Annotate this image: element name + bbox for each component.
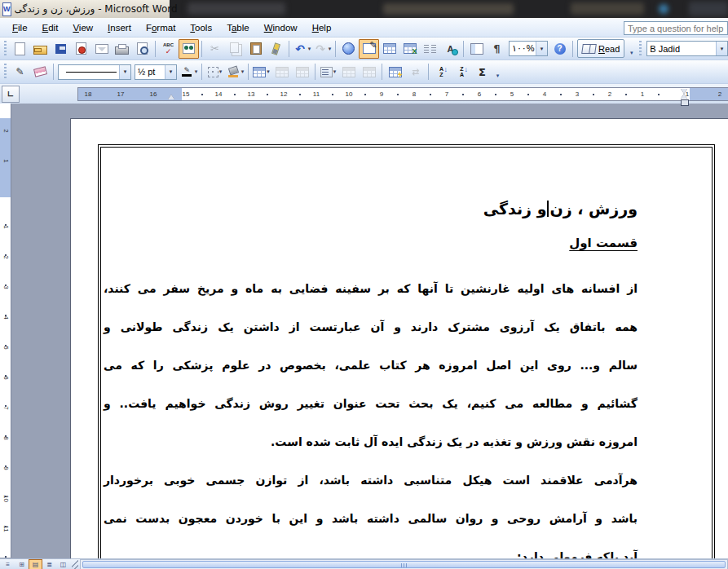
horizontal-scrollbar-track[interactable]: [80, 559, 728, 569]
zoom-combo[interactable]: ١٠٠%▾: [509, 41, 548, 56]
background-window-area: [188, 2, 285, 15]
paste-button[interactable]: [245, 39, 266, 59]
line-style-dropdown-arrow-icon[interactable]: ▾: [119, 65, 130, 79]
toolbar-move-handle[interactable]: [3, 41, 8, 57]
menu-help[interactable]: Help: [305, 20, 339, 36]
menu-format[interactable]: Format: [139, 20, 183, 36]
draw-table-button[interactable]: ✎: [10, 62, 30, 82]
document-text-area[interactable]: ورزش ، زنو زندگی قسمت اول از افسانه های …: [104, 196, 638, 559]
v-ruler-number: 2: [2, 254, 10, 262]
drawing-button[interactable]: A: [440, 39, 461, 59]
change-text-direction-button: ⇄: [405, 62, 426, 82]
menu-edit[interactable]: Edit: [35, 20, 66, 36]
document-page[interactable]: ورزش ، زنو زندگی قسمت اول از افسانه های …: [70, 118, 728, 559]
toolbar-move-handle[interactable]: [638, 41, 643, 57]
indent-box-marker[interactable]: [681, 99, 689, 106]
cell-alignment-dropdown-arrow-icon[interactable]: ▾: [333, 68, 337, 75]
menu-view[interactable]: View: [65, 20, 100, 36]
read-button[interactable]: Read: [577, 39, 624, 58]
v-ruler-number: 8: [2, 434, 10, 443]
document-text-line: هرآدمی علاقمند است هیکل متناسبی داشته با…: [104, 461, 638, 500]
distribute-rows-evenly-button: [338, 62, 359, 82]
h-ruler-number: 2: [713, 90, 726, 98]
h-ruler-number: 2: [603, 90, 616, 98]
horizontal-scrollbar-row: ≡⊞▤≣◫: [0, 558, 728, 569]
sort-descending-button[interactable]: ↓: [452, 62, 472, 82]
outline-view-button[interactable]: ≣: [42, 559, 56, 569]
undo-dropdown-arrow-icon[interactable]: ▾: [308, 46, 311, 52]
spelling-grammar-button[interactable]: [158, 39, 179, 59]
line-style-combo[interactable]: ▾: [58, 64, 131, 80]
v-ruler-number: 10: [2, 495, 10, 503]
shading-color-button[interactable]: ▾: [225, 62, 245, 82]
outside-border-button[interactable]: ▾: [205, 62, 225, 82]
document-map-button[interactable]: [466, 39, 487, 59]
v-ruler-number: 5: [2, 344, 10, 352]
tables-and-borders-button[interactable]: [359, 39, 379, 59]
horizontal-scrollbar-thumb[interactable]: [82, 561, 726, 568]
help-button[interactable]: ?: [549, 39, 570, 59]
web-layout-view-button[interactable]: ⊞: [15, 559, 29, 569]
insert-table-menu-button[interactable]: ▾: [251, 62, 271, 82]
outside-border-dropdown-arrow-icon[interactable]: ▾: [219, 68, 223, 75]
scrollbar-resize-grip: [72, 560, 78, 569]
menu-file[interactable]: File: [5, 20, 35, 36]
toolbar-options-chevron[interactable]: ▾: [492, 63, 503, 81]
insert-excel-worksheet-button[interactable]: [399, 39, 420, 59]
menu-table[interactable]: Table: [219, 20, 257, 36]
distribute-rows-evenly-icon: [342, 67, 355, 77]
border-color-button[interactable]: ▾: [179, 62, 199, 82]
shading-color-dropdown-arrow-icon[interactable]: ▾: [241, 68, 245, 75]
print-preview-button[interactable]: [132, 39, 152, 59]
table-autoformat-button[interactable]: [385, 62, 405, 82]
undo-button[interactable]: ↶▾: [292, 39, 312, 59]
menu-window[interactable]: Window: [257, 20, 305, 36]
research-button[interactable]: [179, 39, 199, 59]
tab-selector-button[interactable]: ∟: [2, 86, 20, 103]
toolbar-separator: [201, 64, 202, 80]
save-button[interactable]: [51, 39, 71, 59]
menu-insert[interactable]: Insert: [100, 20, 139, 36]
insert-hyperlink-icon: [342, 42, 355, 55]
zoom-dropdown-arrow-icon[interactable]: ▾: [536, 42, 547, 55]
insert-hyperlink-button[interactable]: [338, 39, 359, 59]
paste-icon: [250, 42, 262, 55]
toolbar-separator: [289, 41, 289, 57]
open-icon: [33, 46, 47, 55]
reading-layout-view-button[interactable]: ◫: [56, 559, 70, 569]
line-weight-dropdown-arrow-icon[interactable]: ▾: [165, 65, 176, 79]
menu-tools[interactable]: Tools: [183, 20, 219, 36]
toolbar-options-chevron[interactable]: ▾: [626, 40, 637, 58]
shading-color-icon: [227, 65, 240, 79]
sort-ascending-button[interactable]: ↓: [431, 62, 452, 82]
eraser-button[interactable]: [30, 62, 51, 82]
font-name-dropdown-arrow-icon[interactable]: ▾: [716, 42, 727, 55]
border-color-dropdown-arrow-icon[interactable]: ▾: [195, 68, 198, 75]
change-text-direction-icon: ⇄: [408, 65, 422, 79]
print-layout-view-button[interactable]: ▤: [29, 559, 42, 569]
font-name-combo[interactable]: B Jadid▾: [646, 41, 728, 56]
normal-view-button[interactable]: ≡: [1, 559, 15, 569]
email-button[interactable]: [91, 39, 112, 59]
autosum-button[interactable]: Σ: [472, 62, 492, 82]
toolbar-move-handle[interactable]: [3, 64, 8, 80]
format-painter-button[interactable]: [266, 39, 286, 59]
insert-table-menu-dropdown-arrow-icon[interactable]: ▾: [267, 68, 270, 75]
type-a-question-box[interactable]: [624, 21, 728, 35]
print-button[interactable]: [112, 39, 132, 59]
redo-dropdown-arrow-icon[interactable]: ▾: [329, 46, 332, 52]
cell-alignment-button[interactable]: ▾: [318, 62, 338, 82]
new-document-button[interactable]: [10, 39, 30, 59]
line-weight-combo[interactable]: ½ pt▾: [135, 64, 177, 80]
columns-button[interactable]: [420, 39, 440, 59]
distribute-columns-evenly-icon: [363, 67, 376, 77]
hanging-indent-marker[interactable]: [681, 94, 687, 99]
permission-button[interactable]: [71, 39, 91, 59]
open-button[interactable]: [30, 39, 51, 59]
insert-table-button[interactable]: [379, 39, 399, 59]
left-indent-marker[interactable]: [168, 95, 174, 99]
show-hide-formatting-marks-button[interactable]: ¶: [487, 39, 507, 59]
tables-and-borders-toolbar: ✎▾½ pt▾▾▾▾▾▾⇄↓↓Σ▾: [0, 60, 728, 84]
v-ruler-number: 1: [2, 223, 10, 232]
h-ruler-number: 15: [179, 90, 192, 98]
